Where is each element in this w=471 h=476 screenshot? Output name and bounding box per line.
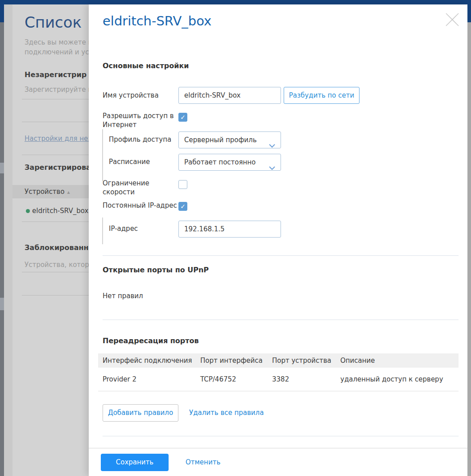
static-ip-checkbox[interactable] bbox=[178, 202, 187, 211]
schedule-select[interactable]: Работает постоянно bbox=[178, 154, 281, 171]
cell-description: удаленный доступ к серверу bbox=[340, 375, 459, 383]
wake-on-lan-button[interactable]: Разбудить по сети bbox=[284, 87, 359, 104]
page-subtitle: Здесь вы можете по подключений и уст bbox=[25, 37, 89, 57]
access-profile-label: Профиль доступа bbox=[109, 135, 171, 144]
delete-all-rules-link[interactable]: Удалить все правила bbox=[189, 404, 264, 422]
table-header-row: Интерфейс подключения Порт интерфейса По… bbox=[98, 353, 459, 368]
save-button[interactable]: Сохранить bbox=[101, 454, 169, 471]
section-divider bbox=[103, 436, 459, 436]
access-profile-value: Серверный профиль bbox=[184, 136, 257, 144]
blocked-devices-text: Устройства, которы bbox=[25, 261, 89, 269]
panel-footer: Сохранить Отменить bbox=[89, 448, 467, 476]
cell-interface: Provider 2 bbox=[98, 375, 200, 383]
speed-limit-checkbox[interactable] bbox=[178, 180, 187, 189]
app-header-bar bbox=[0, 0, 471, 4]
indent-guide-line bbox=[102, 217, 103, 244]
sidebar-edge-notch bbox=[0, 163, 4, 173]
section-divider bbox=[103, 255, 459, 256]
cell-device-port: 3382 bbox=[272, 375, 340, 383]
divider bbox=[22, 99, 89, 99]
internet-access-checkbox[interactable] bbox=[178, 113, 187, 122]
page-title: Список bbox=[25, 13, 82, 31]
device-name-label: Имя устройства bbox=[103, 91, 159, 100]
device-row-name[interactable]: eldritch-SRV_box bbox=[32, 207, 88, 215]
schedule-label: Расписание bbox=[109, 158, 150, 166]
chevron-down-icon bbox=[269, 160, 275, 176]
panel-title: eldritch-SRV_box bbox=[103, 13, 211, 29]
device-name-input[interactable]: eldritch-SRV_box bbox=[178, 87, 281, 104]
add-rule-button[interactable]: Добавить правило bbox=[103, 404, 178, 422]
column-header: Порт интерфейса bbox=[200, 357, 272, 365]
close-icon[interactable] bbox=[444, 12, 460, 28]
unregistered-devices-text: Зарегистрируйте ва bbox=[25, 86, 89, 94]
scrollbar-top-cap bbox=[467, 0, 471, 22]
internet-access-label: Разрешить доступ в Интернет bbox=[103, 111, 174, 129]
section-divider bbox=[103, 320, 459, 320]
speed-limit-label: Ограничение скорости bbox=[103, 179, 149, 197]
ip-address-input[interactable]: 192.168.1.5 bbox=[178, 221, 281, 238]
blocked-devices-heading: Заблокированн bbox=[25, 243, 89, 252]
background-page-dimmed: Список Здесь вы можете по подключений и … bbox=[4, 4, 89, 476]
left-sidebar-edge bbox=[0, 4, 4, 476]
upnp-heading: Открытые порты по UPnP bbox=[103, 266, 209, 274]
access-profile-select[interactable]: Серверный профиль bbox=[178, 131, 281, 148]
column-header: Порт устройства bbox=[272, 357, 340, 365]
page-subtitle-line1: Здесь вы можете по bbox=[25, 37, 89, 47]
device-online-status-dot bbox=[26, 209, 30, 213]
main-settings-heading: Основные настройки bbox=[103, 62, 189, 70]
static-ip-label: Постоянный IP-адрес bbox=[103, 201, 177, 210]
divider bbox=[22, 122, 89, 122]
column-header: Описание bbox=[340, 357, 459, 365]
indent-guide-line bbox=[102, 129, 103, 181]
registered-devices-heading: Зарегистрирова bbox=[25, 163, 89, 172]
divider bbox=[22, 295, 89, 295]
upnp-empty-text: Нет правил bbox=[103, 292, 143, 300]
device-settings-panel: eldritch-SRV_box Основные настройки Имя … bbox=[89, 4, 467, 476]
cell-interface-port: TCP/46752 bbox=[200, 375, 272, 383]
sidebar-edge-notch bbox=[0, 298, 4, 310]
ip-address-label: IP-адрес bbox=[109, 225, 138, 233]
unregistered-devices-heading: Незарегистрир bbox=[25, 70, 87, 79]
port-forwarding-table: Интерфейс подключения Порт интерфейса По… bbox=[98, 353, 459, 391]
page-subtitle-line2: подключений и уст bbox=[25, 47, 89, 57]
divider bbox=[22, 155, 89, 155]
cancel-link[interactable]: Отменить bbox=[186, 454, 220, 471]
scrollbar[interactable] bbox=[467, 0, 471, 476]
divider bbox=[22, 222, 89, 222]
device-column-label: Устройство bbox=[25, 188, 65, 196]
schedule-value: Работает постоянно bbox=[184, 158, 256, 166]
table-row[interactable]: Provider 2 TCP/46752 3382 удаленный дост… bbox=[98, 368, 459, 391]
column-header: Интерфейс подключения bbox=[98, 357, 200, 365]
chevron-down-icon bbox=[269, 138, 275, 154]
device-table-header[interactable]: Устройство▲ bbox=[12, 185, 89, 198]
unregistered-settings-link[interactable]: Настройки для неза bbox=[25, 135, 89, 143]
port-forwarding-heading: Переадресация портов bbox=[103, 336, 199, 345]
divider bbox=[22, 272, 89, 272]
sort-ascending-icon: ▲ bbox=[67, 190, 70, 194]
sidebar-edge-top bbox=[0, 4, 4, 22]
